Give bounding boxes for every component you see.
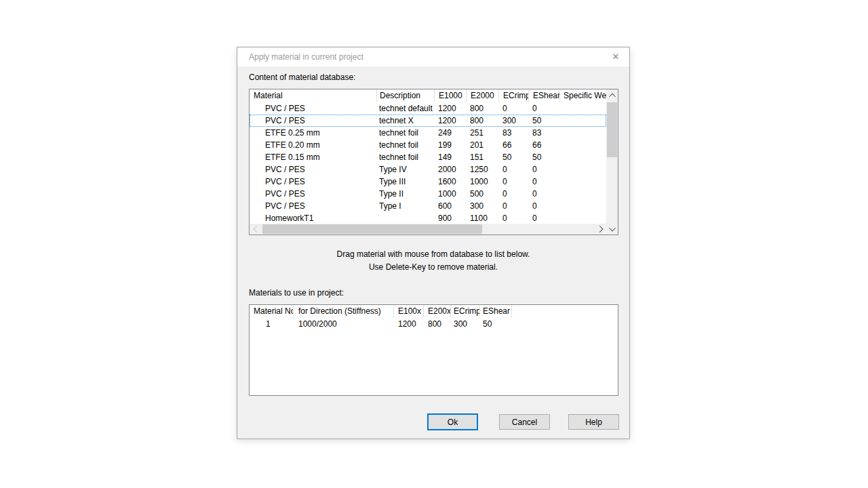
column-header-spacer <box>512 305 618 318</box>
table-row[interactable]: ETFE 0.20 mm technet foil 199 201 66 66 <box>250 139 606 151</box>
chevron-right-icon <box>596 226 603 232</box>
table-cell: 1000 <box>435 188 467 200</box>
table-cell: technet default <box>377 102 435 115</box>
table-cell: 1200 <box>435 102 467 115</box>
table-cell: PVC / PES <box>250 163 377 176</box>
table-cell: Type II <box>377 188 435 200</box>
table-cell: ETFE 0.25 mm <box>250 127 377 139</box>
table-cell: 1250 <box>467 163 499 176</box>
table-cell: 151 <box>467 151 499 163</box>
table-row[interactable]: PVC / PES Type II 1000 500 0 0 <box>250 188 606 200</box>
horizontal-scrollbar[interactable] <box>250 224 606 235</box>
database-table-header: Material Description E1000 E2000 ECrimp … <box>250 89 606 102</box>
table-cell: 300 <box>499 115 529 127</box>
column-header-eshear[interactable]: EShear <box>480 305 512 318</box>
table-cell: ETFE 0.15 mm <box>250 151 377 163</box>
column-header-description[interactable]: Description <box>377 89 435 102</box>
table-cell: 83 <box>529 127 560 139</box>
instruction-line-2: Use Delete-Key to remove material. <box>237 261 629 274</box>
horizontal-scrollbar-thumb[interactable] <box>262 224 482 234</box>
table-cell: 0 <box>529 188 560 200</box>
table-cell: 0 <box>529 163 560 176</box>
instructions-text: Drag material with mouse from database t… <box>237 248 629 274</box>
table-row[interactable]: PVC / PES technet default 1200 800 0 0 <box>250 102 606 115</box>
table-cell <box>377 212 435 224</box>
table-cell <box>560 102 606 115</box>
table-row[interactable]: 1 1000/2000 1200 800 300 50 <box>250 318 618 330</box>
vertical-scrollbar[interactable] <box>606 89 618 235</box>
column-header-e1000[interactable]: E1000 <box>435 89 467 102</box>
table-cell: 201 <box>467 139 499 151</box>
table-cell <box>560 176 606 188</box>
table-cell: 0 <box>499 176 529 188</box>
material-database-rows: Material Description E1000 E2000 ECrimp … <box>250 89 606 224</box>
table-cell: 0 <box>529 200 560 212</box>
table-cell: 800 <box>424 318 451 330</box>
scroll-down-button[interactable] <box>606 223 618 235</box>
table-row[interactable]: PVC / PES Type III 1600 1000 0 0 <box>250 176 606 188</box>
column-header-direction[interactable]: for Direction (Stiffness) <box>294 305 394 318</box>
table-row[interactable]: HomeworkT1 900 1100 0 0 <box>250 212 606 224</box>
column-header-e2000[interactable]: E2000 <box>467 89 499 102</box>
table-cell: 0 <box>499 163 529 176</box>
table-row[interactable]: PVC / PES Type IV 2000 1250 0 0 <box>250 163 606 176</box>
table-cell <box>560 200 606 212</box>
table-cell: Type I <box>377 200 435 212</box>
table-cell: 1000 <box>467 176 499 188</box>
table-row-selected[interactable]: PVC / PES technet X 1200 800 300 50 <box>250 115 606 127</box>
table-cell: 600 <box>435 200 467 212</box>
table-cell: 0 <box>499 200 529 212</box>
column-header-specific-weight[interactable]: Specific Weight <box>560 89 606 102</box>
scroll-left-button[interactable] <box>250 224 261 235</box>
table-row[interactable]: ETFE 0.25 mm technet foil 249 251 83 83 <box>250 127 606 139</box>
table-cell: PVC / PES <box>250 188 377 200</box>
table-cell: PVC / PES <box>250 176 377 188</box>
column-header-material-no[interactable]: Material No. <box>250 305 294 318</box>
table-cell: 66 <box>499 139 529 151</box>
column-header-eshear[interactable]: EShear <box>529 89 560 102</box>
table-cell: 1100 <box>467 212 499 224</box>
table-cell <box>560 212 606 224</box>
scroll-right-button[interactable] <box>595 224 606 235</box>
table-cell: Type IV <box>377 163 435 176</box>
dialog-titlebar[interactable]: Apply material in current project ✕ <box>237 47 629 66</box>
chevron-down-icon <box>609 224 616 231</box>
column-header-e100x[interactable]: E100x <box>394 305 424 318</box>
scroll-up-button[interactable] <box>606 89 618 101</box>
table-cell <box>560 115 606 127</box>
close-icon[interactable]: ✕ <box>608 50 624 64</box>
table-cell: 50 <box>529 115 560 127</box>
cancel-button[interactable]: Cancel <box>499 414 550 430</box>
table-cell: PVC / PES <box>250 200 377 212</box>
table-cell: 66 <box>529 139 560 151</box>
project-materials-table[interactable]: Material No. for Direction (Stiffness) E… <box>249 304 618 396</box>
vertical-scrollbar-thumb[interactable] <box>607 102 617 157</box>
project-section-label: Materials to use in project: <box>249 288 344 298</box>
table-cell: technet foil <box>377 139 435 151</box>
column-header-ecrimp[interactable]: ECrimp <box>499 89 529 102</box>
column-header-ecrimp[interactable]: ECrimp <box>451 305 480 318</box>
table-cell: 0 <box>499 102 529 115</box>
table-row[interactable]: ETFE 0.15 mm technet foil 149 151 50 50 <box>250 151 606 163</box>
column-header-e200x[interactable]: E200x <box>424 305 451 318</box>
ok-button[interactable]: Ok <box>427 413 478 430</box>
table-cell: 900 <box>435 212 467 224</box>
table-cell: 0 <box>529 212 560 224</box>
project-table-header: Material No. for Direction (Stiffness) E… <box>250 305 618 318</box>
table-cell: 149 <box>435 151 467 163</box>
help-button[interactable]: Help <box>568 414 619 430</box>
table-row[interactable]: PVC / PES Type I 600 300 0 0 <box>250 200 606 212</box>
table-cell: ETFE 0.20 mm <box>250 139 377 151</box>
table-cell: 50 <box>499 151 529 163</box>
table-cell: 0 <box>529 176 560 188</box>
table-cell: 0 <box>529 102 560 115</box>
table-cell: 50 <box>480 318 512 330</box>
column-header-material[interactable]: Material <box>250 89 377 102</box>
material-database-table[interactable]: Material Description E1000 E2000 ECrimp … <box>249 89 618 235</box>
table-cell: HomeworkT1 <box>250 212 377 224</box>
project-materials-rows: Material No. for Direction (Stiffness) E… <box>250 305 618 395</box>
chevron-up-icon <box>609 93 616 100</box>
table-cell: 50 <box>529 151 560 163</box>
table-cell: 800 <box>467 102 499 115</box>
table-cell: 0 <box>499 212 529 224</box>
